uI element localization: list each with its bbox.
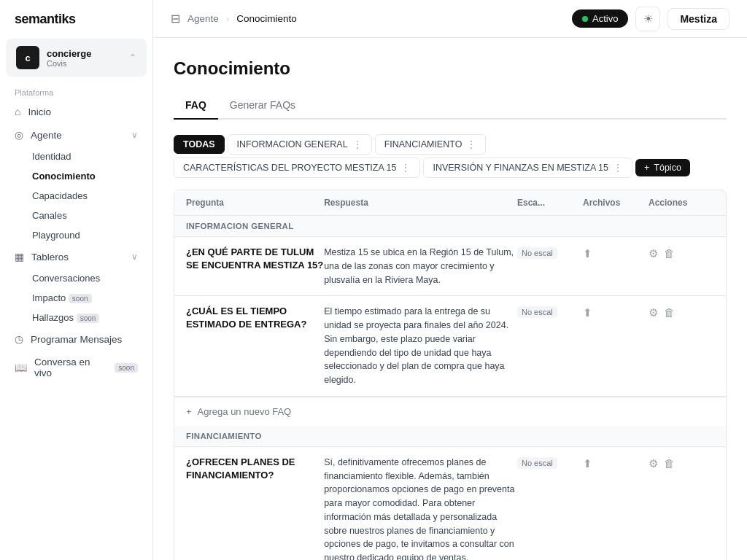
sidebar-item-label: Conversa en vivo: [34, 357, 107, 378]
sidebar-sub-impacto[interactable]: Impacto soon: [0, 288, 152, 308]
plus-icon: +: [644, 163, 649, 173]
page-title: Conocimiento: [174, 58, 727, 79]
sidebar-sub-capacidades[interactable]: Capacidades: [0, 186, 152, 206]
chip-label: TODAS: [183, 139, 215, 149]
col-archivos: Archivos: [583, 198, 649, 208]
faq-question: ¿OFRECEN PLANES DE FINANCIAMIENTO?: [186, 456, 324, 482]
chip-label: INFORMACION GENERAL: [237, 139, 348, 149]
faq-table: Pregunta Respuesta Esca... Archivos Acci…: [174, 190, 727, 560]
col-respuesta: Respuesta: [324, 198, 517, 208]
col-escalada: Esca...: [517, 198, 583, 208]
chevron-down-icon: ∨: [131, 252, 138, 262]
agent-card[interactable]: c concierge Covis ⌃: [6, 39, 147, 77]
sidebar-item-agente[interactable]: ◎ Agente ∨: [0, 123, 152, 147]
sidebar-sub-conocimiento[interactable]: Conocimiento: [0, 166, 152, 186]
upload-icon[interactable]: ⬆: [583, 247, 592, 260]
book-icon: 📖: [15, 362, 27, 373]
chevron-icon: ⌃: [129, 52, 136, 63]
escalada-cell: No escal: [517, 305, 583, 318]
faq-answer: El tiempo estimado para la entrega de su…: [324, 305, 517, 387]
app-logo: semantiks: [0, 0, 152, 39]
table-header: Pregunta Respuesta Esca... Archivos Acci…: [174, 190, 726, 216]
soon-badge: soon: [115, 363, 138, 373]
acciones-cell: ⚙ 🗑: [649, 305, 714, 319]
chip-caracteristicas[interactable]: CARACTERÍSTICAS DEL PROYECTO MESTIZA 15 …: [174, 158, 420, 178]
trash-icon[interactable]: 🗑: [664, 457, 675, 470]
add-topic-label: Tópico: [654, 163, 681, 173]
filter-chips-row: TODAS INFORMACION GENERAL ⋮ FINANCIAMIEN…: [174, 134, 727, 178]
gear-icon[interactable]: ⚙: [649, 457, 658, 470]
tabs-row: FAQ Generar FAQs: [174, 93, 727, 120]
chip-label: CARACTERÍSTICAS DEL PROYECTO MESTIZA 15: [183, 163, 396, 173]
theme-toggle-button[interactable]: ☀: [635, 7, 660, 31]
add-faq-label: Agrega un nuevo FAQ: [198, 406, 292, 417]
mestiza-button[interactable]: Mestiza: [667, 8, 729, 30]
chip-informacion-general[interactable]: INFORMACION GENERAL ⋮: [228, 134, 372, 155]
col-pregunta: Pregunta: [186, 198, 324, 208]
active-status-badge[interactable]: Activo: [572, 9, 628, 28]
sidebar-sub-playground[interactable]: Playground: [0, 225, 152, 245]
sidebar: semantiks c concierge Covis ⌃ Plataforma…: [0, 0, 153, 560]
sidebar-sub-conversaciones[interactable]: Conversaciones: [0, 268, 152, 288]
chip-financiamiento[interactable]: FINANCIAMIENTO ⋮: [375, 134, 487, 155]
sidebar-item-label: Programar Mensajes: [31, 334, 122, 345]
trash-icon[interactable]: 🗑: [664, 247, 675, 260]
sidebar-sub-canales[interactable]: Canales: [0, 206, 152, 225]
home-icon: ⌂: [15, 106, 20, 117]
sun-icon: ☀: [643, 12, 653, 26]
sidebar-item-conversa-en-vivo[interactable]: 📖 Conversa en vivo soon: [0, 351, 152, 384]
add-topic-button[interactable]: + Tópico: [635, 159, 690, 176]
col-acciones: Acciones: [649, 198, 714, 208]
chip-label: FINANCIAMIENTO: [384, 139, 462, 149]
more-options-icon[interactable]: ⋮: [613, 162, 623, 174]
page-content: Conocimiento FAQ Generar FAQs TODAS INFO…: [153, 38, 747, 560]
archivos-cell: ⬆: [583, 456, 649, 470]
chip-todas[interactable]: TODAS: [174, 135, 225, 154]
main-content: ⊟ Agente › Conocimiento Activo ☀ Mestiza…: [153, 0, 747, 560]
sidebar-item-label: Tableros: [31, 252, 69, 262]
escalada-cell: No escal: [517, 246, 583, 259]
more-options-icon[interactable]: ⋮: [400, 162, 411, 174]
soon-badge: soon: [69, 294, 92, 303]
breadcrumb-current: Conocimiento: [236, 13, 297, 24]
sidebar-item-inicio[interactable]: ⌂ Inicio: [0, 100, 152, 123]
platform-label: Plataforma: [0, 82, 152, 100]
trash-icon[interactable]: 🗑: [664, 306, 675, 319]
sidebar-toggle-icon[interactable]: ⊟: [171, 12, 180, 26]
avatar: c: [16, 46, 39, 69]
chip-label: INVERSIÓN Y FINANZAS EN MESTIZA 15: [433, 163, 608, 173]
agent-name: concierge: [47, 48, 91, 59]
more-options-icon[interactable]: ⋮: [466, 139, 476, 150]
tab-generar-faqs[interactable]: Generar FAQs: [218, 93, 307, 120]
gear-icon[interactable]: ⚙: [649, 247, 658, 260]
acciones-cell: ⚙ 🗑: [649, 456, 714, 470]
breadcrumb-parent[interactable]: Agente: [187, 13, 219, 24]
faq-question: ¿EN QUÉ PARTE DE TULUM SE ENCUENTRA MEST…: [186, 246, 324, 272]
tab-faq[interactable]: FAQ: [174, 93, 218, 120]
chip-inversion[interactable]: INVERSIÓN Y FINANZAS EN MESTIZA 15 ⋮: [423, 158, 632, 178]
active-label: Activo: [592, 13, 618, 24]
sidebar-item-label: Inicio: [28, 106, 51, 117]
tableros-icon: ▦: [15, 251, 24, 262]
more-options-icon[interactable]: ⋮: [352, 139, 363, 150]
archivos-cell: ⬆: [583, 305, 649, 319]
escalada-badge: No escal: [517, 247, 557, 259]
breadcrumb-separator: ›: [226, 13, 230, 24]
faq-answer: Sí, definitivamente ofrecemos planes de …: [324, 456, 517, 560]
sidebar-item-label: Agente: [31, 130, 62, 141]
faq-answer: Mestiza 15 se ubica en la Región 15 de T…: [324, 246, 517, 287]
upload-icon[interactable]: ⬆: [583, 457, 592, 470]
chevron-down-icon: ∨: [131, 130, 138, 140]
sidebar-sub-hallazgos[interactable]: Hallazgos soon: [0, 308, 152, 327]
table-row: ¿OFRECEN PLANES DE FINANCIAMIENTO? Sí, d…: [174, 447, 726, 560]
sidebar-item-programar-mensajes[interactable]: ◷ Programar Mensajes: [0, 327, 152, 351]
gear-icon[interactable]: ⚙: [649, 306, 658, 319]
plus-icon: +: [186, 406, 192, 417]
section-label-financiamiento: FINANCIAMIENTO: [174, 426, 726, 447]
add-faq-row[interactable]: + Agrega un nuevo FAQ: [174, 397, 726, 426]
active-dot-icon: [582, 16, 588, 22]
upload-icon[interactable]: ⬆: [583, 306, 592, 319]
sidebar-item-tableros[interactable]: ▦ Tableros ∨: [0, 245, 152, 268]
section-label-informacion-general: INFORMACION GENERAL: [174, 216, 726, 237]
sidebar-sub-identidad[interactable]: Identidad: [0, 147, 152, 166]
